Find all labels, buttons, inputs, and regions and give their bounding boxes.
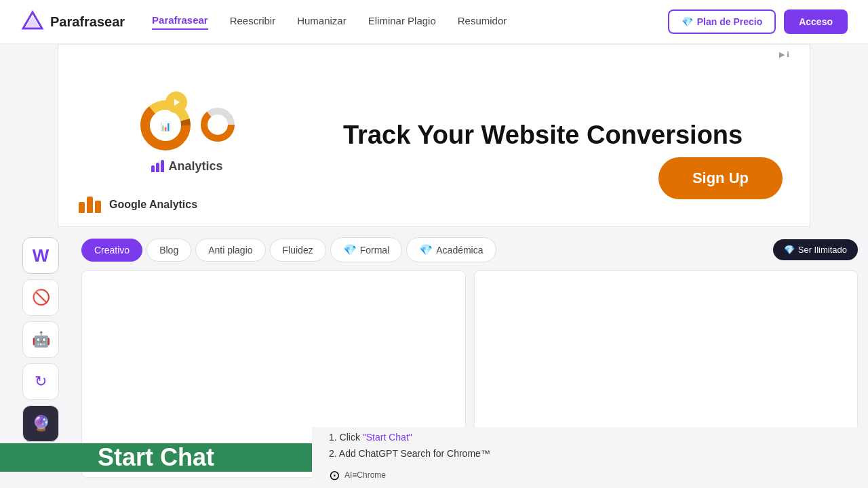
sidebar-btn-refresh[interactable]: ↻ [22, 363, 59, 400]
tab-creativo[interactable]: Creativo [81, 239, 142, 262]
sidebar-btn-robot[interactable]: 🤖 [22, 321, 59, 358]
svg-point-10 [209, 116, 226, 134]
ai-chrome-text: AI≡Chrome [344, 470, 386, 480]
tab-blog[interactable]: Blog [146, 239, 191, 262]
chat-instructions-panel: 1. Click "Start Chat" 2. Add ChatGPT Sea… [312, 427, 868, 488]
tool-tabs: Creativo Blog Anti plagio Fluidez 💎 Form… [81, 237, 858, 262]
sidebar-btn-word[interactable]: W [22, 237, 59, 274]
nav-humanizar[interactable]: Humanizar [297, 15, 347, 29]
plan-icon: 💎 [682, 16, 693, 27]
plan-button[interactable]: 💎 Plan de Precio [668, 9, 776, 34]
ad-icons: 📊 [138, 98, 237, 152]
tab-anti-plagio[interactable]: Anti plagio [195, 239, 265, 262]
unlimited-icon: 💎 [784, 245, 795, 255]
acceso-button[interactable]: Acceso [784, 9, 848, 34]
chat-instruction-2: 2. Add ChatGPT Search for Chrome™ [329, 448, 851, 459]
bottom-overlay: ✕ Start Chat 1. Click "Start Chat" 2. Ad… [0, 427, 868, 488]
academica-icon: 💎 [419, 243, 433, 256]
unlimited-button[interactable]: 💎 Ser Ilimitado [773, 239, 858, 260]
app-name: Parafrasear [50, 14, 125, 30]
logo[interactable]: Parafrasear [20, 9, 125, 34]
svg-marker-2 [174, 99, 180, 106]
google-analytics-label: Google Analytics [109, 199, 197, 211]
logo-icon [20, 9, 45, 34]
ad-label: ▶ ℹ [779, 50, 789, 59]
ai-chrome-branding: ⊙ AI≡Chrome [329, 467, 851, 483]
main-nav: Parafrasear Reescribir Humanizar Elimina… [152, 14, 668, 30]
nav-reescribir[interactable]: Reescribir [230, 15, 276, 29]
chat-instruction-1: 1. Click "Start Chat" [329, 432, 851, 443]
bar-chart-icon [151, 160, 164, 172]
svg-text:📊: 📊 [160, 121, 172, 132]
sidebar-btn-block[interactable]: 🚫 [22, 279, 59, 316]
ad-main-text: Track Your Website Conversions [316, 120, 810, 151]
nav-eliminar-plagio[interactable]: Eliminar Plagio [368, 15, 436, 29]
play-icon [165, 92, 187, 113]
tab-academica[interactable]: 💎 Académica [406, 237, 496, 262]
header: Parafrasear Parafrasear Reescribir Human… [0, 0, 868, 44]
tab-formal[interactable]: 💎 Formal [330, 237, 403, 262]
start-chat-button[interactable]: Start Chat [0, 443, 312, 472]
ad-banner: ▶ ℹ 📊 [58, 44, 810, 227]
nav-resumidor[interactable]: Resumidor [458, 15, 507, 29]
google-analytics-row: Google Analytics [79, 197, 197, 213]
ga-bars-icon [79, 197, 101, 213]
start-chat-link[interactable]: "Start Chat" [363, 432, 412, 443]
signup-button[interactable]: Sign Up [658, 157, 783, 199]
header-buttons: 💎 Plan de Precio Acceso [668, 9, 848, 34]
ad-left-panel: 📊 Analytics [58, 85, 316, 187]
ai-chrome-logo: ⊙ [329, 467, 340, 483]
nav-parafrasear[interactable]: Parafrasear [152, 14, 208, 30]
donut-small-icon [199, 106, 237, 144]
analytics-label: Analytics [151, 159, 222, 174]
tab-fluidez[interactable]: Fluidez [270, 239, 326, 262]
formal-icon: 💎 [343, 243, 357, 256]
